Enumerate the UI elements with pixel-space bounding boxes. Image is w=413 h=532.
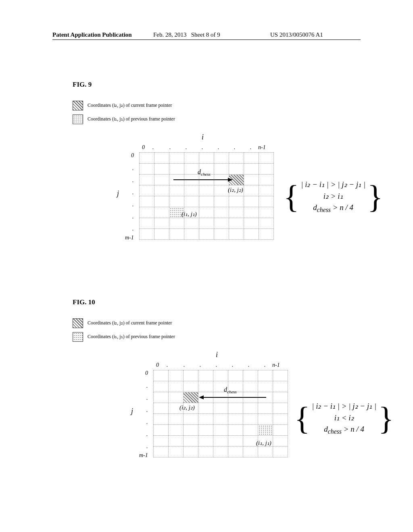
figure-10-label: FIG. 10	[73, 298, 95, 306]
cond-row-3: dchess > n / 4	[312, 425, 376, 435]
tick-row-0: 0	[145, 370, 148, 376]
tick-dot: .	[146, 419, 148, 426]
tick-dot: .	[169, 144, 171, 151]
tick-dot: .	[234, 144, 236, 151]
tick-col-0: 0	[156, 362, 159, 368]
cell-current	[184, 392, 198, 403]
tick-dot: .	[200, 362, 201, 368]
cell-previous	[258, 425, 273, 436]
tick-dot: .	[132, 226, 134, 232]
tick-row-end: m-1	[139, 452, 148, 459]
tick-dot: .	[248, 362, 250, 368]
swatch-hatch-icon	[73, 318, 83, 328]
swatch-dot-icon	[73, 332, 83, 342]
tick-dot: .	[146, 383, 148, 389]
header-date: Feb. 28, 2013	[153, 31, 187, 38]
tick-row-0: 0	[131, 152, 134, 159]
tick-dot: .	[264, 362, 266, 368]
tick-row-end: m-1	[125, 235, 134, 241]
tick-dot: .	[132, 165, 134, 172]
header-date-sheet: Feb. 28, 2013 Sheet 8 of 9	[153, 31, 220, 38]
axis-j-label: j	[131, 407, 133, 416]
tick-col-end: n-1	[258, 144, 266, 151]
tick-dot: .	[132, 202, 134, 208]
tick-dot: .	[167, 362, 168, 368]
tick-dot: .	[132, 214, 134, 220]
cond-row-3: dchess > n / 4	[301, 203, 365, 214]
tick-dot: .	[232, 362, 234, 368]
coord-previous: (i₁, j₁)	[256, 439, 271, 447]
figure-9-label: FIG. 9	[73, 81, 92, 89]
cond-row-2: i₁ < i₂	[312, 413, 376, 422]
tick-col-end: n-1	[272, 362, 280, 368]
tick-dot: .	[146, 431, 148, 438]
tick-dot: .	[132, 189, 134, 196]
coord-current: (i₂, j₂)	[228, 186, 243, 193]
header-sheet: Sheet 8 of 9	[191, 31, 220, 38]
header-publication: Patent Application Publication	[52, 31, 132, 38]
tick-dot: .	[146, 443, 148, 450]
tick-dot: .	[184, 362, 185, 368]
axis-i-label: i	[216, 351, 218, 359]
figure-9-grid	[139, 152, 274, 240]
tick-dot: .	[216, 362, 217, 368]
arrow-left-icon	[200, 397, 266, 398]
legend-previous-text: Coordinates (i₁, j₁) of previous frame p…	[88, 334, 175, 339]
tick-dot: .	[202, 144, 203, 151]
axis-i-label: i	[202, 133, 204, 141]
axis-j-label: j	[117, 189, 119, 198]
tick-col-0: 0	[142, 144, 145, 151]
cond-row-1: | i₂ − i₁ | > | j₂ − j₁ |	[312, 401, 376, 411]
legend-current-text: Coordinates (i₂, j₂) of current frame po…	[88, 102, 172, 108]
tick-dot: .	[132, 177, 134, 184]
cond-row-2: i₂ > i₁	[301, 191, 365, 201]
tick-dot: .	[218, 144, 219, 151]
header-rule	[52, 39, 361, 40]
tick-dot: .	[146, 407, 148, 414]
coord-previous: (i₁, j₁)	[181, 210, 197, 218]
swatch-hatch-icon	[73, 101, 83, 110]
figure-9-conditions: { | i₂ − i₁ | > | j₂ − j₁ | i₂ > i₁ dche…	[284, 177, 383, 216]
d-chess-label: dchess	[224, 386, 237, 394]
d-chess-label: dchess	[198, 168, 211, 177]
tick-dot: .	[152, 144, 154, 151]
arrow-right-icon	[173, 179, 232, 180]
legend-previous-text: Coordinates (i₁, j₁) of previous frame p…	[88, 116, 175, 122]
cond-row-1: | i₂ − i₁ | > | j₂ − j₁ |	[301, 180, 365, 189]
figure-9-legend: Coordinates (i₂, j₂) of current frame po…	[73, 97, 175, 128]
legend-current-text: Coordinates (i₂, j₂) of current frame po…	[88, 320, 172, 326]
tick-dot: .	[146, 395, 148, 401]
coord-current: (i₂, j₂)	[179, 404, 195, 411]
figure-10-legend: Coordinates (i₂, j₂) of current frame po…	[73, 314, 175, 346]
figure-10-conditions: { | i₂ − i₁ | > | j₂ − j₁ | i₁ < i₂ dche…	[294, 399, 394, 438]
tick-dot: .	[250, 144, 252, 151]
header-pubnum: US 2013/0050076 A1	[270, 31, 323, 38]
tick-dot: .	[186, 144, 187, 151]
swatch-dot-icon	[73, 114, 83, 124]
